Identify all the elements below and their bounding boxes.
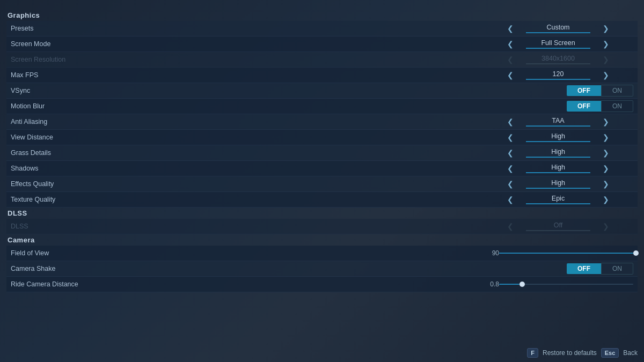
settings-row-texture-quality: Texture Quality❮Epic❯ xyxy=(6,192,638,208)
row-label-anti-aliasing: Anti Aliasing xyxy=(11,118,483,125)
back-key[interactable]: Esc xyxy=(601,348,619,358)
settings-row-grass-details: Grass Details❮High❯ xyxy=(6,145,638,161)
settings-row-shadows: Shadows❮High❯ xyxy=(6,161,638,176)
settings-row-ride-camera-distance: Ride Camera Distance0.8 xyxy=(6,277,638,292)
row-label-grass-details: Grass Details xyxy=(11,149,483,157)
row-control-screen-mode: ❮Full Screen❯ xyxy=(483,39,633,49)
settings-row-motion-blur: Motion BlurOFFON xyxy=(6,99,638,114)
row-control-texture-quality: ❮Epic❯ xyxy=(483,195,633,204)
value-anti-aliasing: TAA xyxy=(518,117,598,127)
arrow-left-max-fps[interactable]: ❮ xyxy=(503,71,518,79)
row-label-texture-quality: Texture Quality xyxy=(11,196,483,203)
arrow-left-screen-resolution: ❮ xyxy=(503,55,518,64)
value-view-distance: High xyxy=(518,132,598,142)
slider-value-ride-camera-distance: 0.8 xyxy=(483,280,499,288)
toggle-off-camera-shake[interactable]: OFF xyxy=(567,263,601,274)
slider-track-ride-camera-distance[interactable] xyxy=(499,284,633,285)
row-control-effects-quality: ❮High❯ xyxy=(483,179,633,189)
settings-row-effects-quality: Effects Quality❮High❯ xyxy=(6,176,638,192)
row-label-max-fps: Max FPS xyxy=(11,71,483,79)
row-control-shadows: ❮High❯ xyxy=(483,164,633,173)
slider-control-ride-camera-distance[interactable] xyxy=(499,284,633,285)
back-label[interactable]: Back xyxy=(623,349,638,357)
value-shadows: High xyxy=(518,164,598,173)
arrow-left-anti-aliasing[interactable]: ❮ xyxy=(503,117,518,126)
row-label-view-distance: View Distance xyxy=(11,134,483,141)
row-label-screen-mode: Screen Mode xyxy=(11,40,483,48)
arrow-right-texture-quality[interactable]: ❯ xyxy=(598,195,613,204)
arrow-right-anti-aliasing[interactable]: ❯ xyxy=(598,117,613,126)
value-screen-mode: Full Screen xyxy=(518,39,598,49)
slider-value-field-of-view: 90 xyxy=(483,249,499,257)
toggle-off-motion-blur[interactable]: OFF xyxy=(567,101,601,112)
slider-fill-ride-camera-distance xyxy=(499,284,519,285)
value-grass-details: High xyxy=(518,148,598,158)
slider-track-field-of-view[interactable] xyxy=(499,253,633,254)
arrow-left-texture-quality[interactable]: ❮ xyxy=(503,195,518,204)
value-texture-quality: Epic xyxy=(518,195,598,204)
arrow-right-effects-quality[interactable]: ❯ xyxy=(598,180,613,188)
settings-row-field-of-view: Field of View90 xyxy=(6,246,638,261)
section-header-graphics: Graphics xyxy=(6,10,638,21)
toggle-off-vsync[interactable]: OFF xyxy=(567,85,601,96)
toggle-control-camera-shake[interactable]: OFFON xyxy=(483,263,633,275)
row-control-dlss-setting: ❮Off❯ xyxy=(483,221,633,231)
arrow-left-effects-quality[interactable]: ❮ xyxy=(503,180,518,188)
arrow-left-presets[interactable]: ❮ xyxy=(503,24,518,33)
restore-key[interactable]: F xyxy=(527,348,538,358)
row-label-screen-resolution: Screen Resolution xyxy=(11,56,483,63)
row-control-max-fps: ❮120❯ xyxy=(483,70,633,80)
toggle-on-camera-shake[interactable]: ON xyxy=(601,263,633,275)
toggle-control-vsync[interactable]: OFFON xyxy=(483,85,633,97)
row-label-presets: Presets xyxy=(11,25,483,32)
row-control-screen-resolution: ❮3840x1600❯ xyxy=(483,55,633,64)
settings-row-dlss-setting: DLSS❮Off❯ xyxy=(6,219,638,234)
slider-thumb-field-of-view[interactable] xyxy=(633,250,639,256)
arrow-right-screen-mode[interactable]: ❯ xyxy=(598,40,613,48)
arrow-right-grass-details[interactable]: ❯ xyxy=(598,149,613,157)
value-screen-resolution: 3840x1600 xyxy=(518,55,598,64)
slider-control-field-of-view[interactable] xyxy=(499,253,633,254)
arrow-right-presets[interactable]: ❯ xyxy=(598,24,613,33)
slider-thumb-ride-camera-distance[interactable] xyxy=(519,282,525,287)
slider-fill-field-of-view xyxy=(499,253,633,254)
value-max-fps: 120 xyxy=(518,70,598,80)
value-effects-quality: High xyxy=(518,179,598,189)
row-control-grass-details: ❮High❯ xyxy=(483,148,633,158)
section-header-dlss: DLSS xyxy=(6,208,638,219)
arrow-left-view-distance[interactable]: ❮ xyxy=(503,133,518,142)
arrow-left-screen-mode[interactable]: ❮ xyxy=(503,40,518,48)
settings-row-presets: Presets❮Custom❯ xyxy=(6,21,638,36)
arrow-right-dlss-setting: ❯ xyxy=(598,222,613,231)
row-control-view-distance: ❮High❯ xyxy=(483,132,633,142)
settings-row-anti-aliasing: Anti Aliasing❮TAA❯ xyxy=(6,114,638,130)
row-control-anti-aliasing: ❮TAA❯ xyxy=(483,117,633,127)
section-header-camera: Camera xyxy=(6,234,638,246)
settings-row-screen-resolution: Screen Resolution❮3840x1600❯ xyxy=(6,52,638,68)
settings-row-camera-shake: Camera ShakeOFFON xyxy=(6,261,638,277)
bottom-bar: F Restore to defaults Esc Back xyxy=(521,344,644,362)
settings-row-view-distance: View Distance❮High❯ xyxy=(6,130,638,145)
row-label-shadows: Shadows xyxy=(11,165,483,172)
row-label-motion-blur: Motion Blur xyxy=(11,102,483,110)
row-label-ride-camera-distance: Ride Camera Distance xyxy=(11,280,483,288)
toggle-control-motion-blur[interactable]: OFFON xyxy=(483,100,633,112)
arrow-right-max-fps[interactable]: ❯ xyxy=(598,71,613,79)
row-label-field-of-view: Field of View xyxy=(11,249,483,257)
arrow-left-grass-details[interactable]: ❮ xyxy=(503,149,518,157)
toggle-on-motion-blur[interactable]: ON xyxy=(601,100,633,112)
row-label-camera-shake: Camera Shake xyxy=(11,265,483,272)
settings-row-screen-mode: Screen Mode❮Full Screen❯ xyxy=(6,36,638,52)
restore-label[interactable]: Restore to defaults xyxy=(543,349,597,357)
arrow-right-shadows[interactable]: ❯ xyxy=(598,164,613,173)
settings-row-vsync: VSyncOFFON xyxy=(6,83,638,99)
arrow-left-dlss-setting: ❮ xyxy=(503,222,518,231)
value-presets: Custom xyxy=(518,24,598,33)
row-label-dlss-setting: DLSS xyxy=(11,223,483,230)
toggle-on-vsync[interactable]: ON xyxy=(601,85,633,97)
settings-row-max-fps: Max FPS❮120❯ xyxy=(6,68,638,83)
arrow-left-shadows[interactable]: ❮ xyxy=(503,164,518,173)
arrow-right-screen-resolution: ❯ xyxy=(598,55,613,64)
arrow-right-view-distance[interactable]: ❯ xyxy=(598,133,613,142)
warning-bar xyxy=(6,4,638,10)
